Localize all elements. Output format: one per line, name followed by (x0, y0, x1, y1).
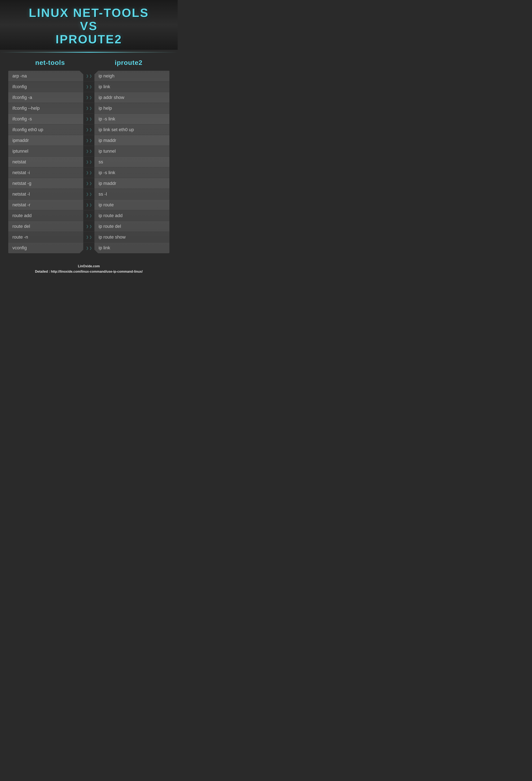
table-row: ip route add (94, 210, 169, 221)
table-row: ip -s link (94, 167, 169, 178)
header: LINUX NET-TOOLS VS IPROUTE2 (0, 0, 178, 50)
table-row: arp -na (8, 71, 83, 81)
chevron-left-icon: ❯ (86, 246, 89, 250)
separator-cell: ❯❯ (84, 92, 94, 103)
table-row: route -n (8, 232, 83, 243)
table-row: vconfig (8, 243, 83, 253)
left-cmd: iptunnel (12, 149, 28, 154)
left-cmd: route -n (12, 235, 28, 240)
chevron-left-icon: ❯ (86, 85, 89, 89)
right-cmd: ip neigh (98, 73, 115, 79)
table-row: netstat -i (8, 167, 83, 178)
separator-cell: ❯❯ (84, 157, 94, 167)
chevron-right-icon: ❯ (89, 214, 92, 217)
table-row: netstat -l (8, 189, 83, 200)
left-cmd: ifconfig -a (12, 95, 32, 100)
table-row: ip neigh (94, 71, 169, 81)
footer-detail: Detailed : http://linoxide.com/linux-com… (4, 269, 173, 274)
table-row: ip -s link (94, 114, 169, 124)
separator-cell: ❯❯ (84, 146, 94, 157)
left-cmd: netstat -i (12, 170, 30, 175)
table-row: netstat -g (8, 178, 83, 189)
chevron-right-icon: ❯ (89, 203, 92, 207)
separator-cell: ❯❯ (84, 124, 94, 135)
separator-cell: ❯❯ (84, 232, 94, 243)
table-row: route del (8, 221, 83, 232)
right-cmd: ip tunnel (98, 149, 116, 154)
table-row: netstat -r (8, 200, 83, 210)
right-cmd: ip route del (98, 224, 121, 229)
left-cmd: ifconfig (12, 84, 27, 89)
separator-cell: ❯❯ (84, 221, 94, 232)
chevron-right-icon: ❯ (89, 181, 92, 185)
chevron-left-icon: ❯ (86, 106, 89, 110)
separator-cell: ❯❯ (84, 135, 94, 146)
table-row: ip maddr (94, 135, 169, 146)
left-cmd: ifconfig eth0 up (12, 127, 43, 132)
footer: LinOxide.com Detailed : http://linoxide.… (0, 259, 178, 278)
chevron-left-icon: ❯ (86, 181, 89, 185)
separator-cell: ❯❯ (84, 210, 94, 221)
separator-cell: ❯❯ (84, 243, 94, 253)
right-cmd: ip -s link (98, 170, 115, 175)
table-row: ip link (94, 81, 169, 92)
left-cmd: arp -na (12, 73, 27, 79)
chevron-right-icon: ❯ (89, 235, 92, 239)
separator-cell: ❯❯ (84, 71, 94, 81)
right-cmd: ip maddr (98, 138, 116, 143)
separator-cell: ❯❯ (84, 103, 94, 114)
table-row: iptunnel (8, 146, 83, 157)
chevron-left-icon: ❯ (86, 74, 89, 78)
chevron-left-icon: ❯ (86, 160, 89, 164)
chevron-left-icon: ❯ (86, 117, 89, 121)
separator-cell: ❯❯ (84, 178, 94, 189)
separator-cell: ❯❯ (84, 114, 94, 124)
separator-cell: ❯❯ (84, 167, 94, 178)
separator-cell: ❯❯ (84, 200, 94, 210)
left-cmd: netstat -g (12, 181, 31, 186)
chevron-right-icon: ❯ (89, 128, 92, 132)
table-row: ipmaddr (8, 135, 83, 146)
chevron-left-icon: ❯ (86, 171, 89, 174)
table-row: ip link set eth0 up (94, 124, 169, 135)
chevron-left-icon: ❯ (86, 149, 89, 153)
table-row: ifconfig -a (8, 92, 83, 103)
chevron-right-icon: ❯ (89, 192, 92, 196)
chevron-right-icon: ❯ (89, 117, 92, 121)
left-cmd: route add (12, 213, 32, 218)
right-cmd: ip route add (98, 213, 123, 218)
table-row: ip link (94, 243, 169, 253)
chevron-right-icon: ❯ (89, 171, 92, 174)
left-cmd: netstat -r (12, 202, 30, 208)
chevron-left-icon: ❯ (86, 95, 89, 99)
table-row: netstat (8, 157, 83, 167)
table-row: ifconfig eth0 up (8, 124, 83, 135)
left-cmd: route del (12, 224, 30, 229)
table-row: ip route del (94, 221, 169, 232)
right-cmd: ip route (98, 202, 114, 208)
right-cmd: ss (98, 159, 103, 165)
left-column: arp -naifconfigifconfig -aifconfig --hel… (8, 71, 83, 253)
chevron-left-icon: ❯ (86, 224, 89, 228)
chevron-right-icon: ❯ (89, 224, 92, 228)
right-cmd: ip route show (98, 235, 126, 240)
chevron-right-icon: ❯ (89, 106, 92, 110)
table-row: ss (94, 157, 169, 167)
right-cmd: ip link (98, 84, 110, 89)
right-cmd: ip -s link (98, 116, 115, 122)
chevron-left-icon: ❯ (86, 138, 89, 142)
table-row: ifconfig --help (8, 103, 83, 114)
table-row: ss -l (94, 189, 169, 200)
chevron-right-icon: ❯ (89, 74, 92, 78)
comparison-table: arp -naifconfigifconfig -aifconfig --hel… (8, 71, 169, 253)
table-row: ip help (94, 103, 169, 114)
chevron-left-icon: ❯ (86, 235, 89, 239)
right-column-header: iproute2 (115, 59, 142, 67)
separator-cell: ❯❯ (84, 189, 94, 200)
chevron-left-icon: ❯ (86, 203, 89, 207)
page-title: LINUX NET-TOOLS VS IPROUTE2 (4, 6, 173, 46)
left-cmd: netstat -l (12, 192, 30, 197)
separator: ❯❯❯❯❯❯❯❯❯❯❯❯❯❯❯❯❯❯❯❯❯❯❯❯❯❯❯❯❯❯❯❯❯❯ (84, 71, 94, 253)
right-cmd: ip link (98, 245, 110, 251)
table-row: ip route (94, 200, 169, 210)
